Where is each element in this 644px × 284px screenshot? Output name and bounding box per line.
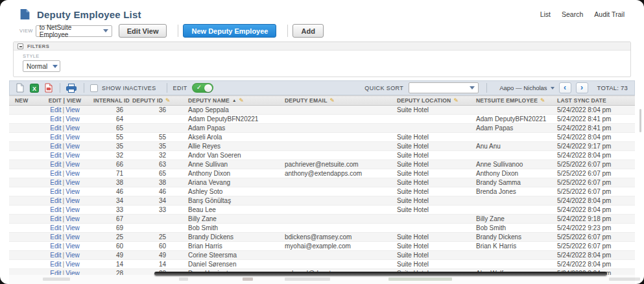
export-pdf-icon[interactable] [45, 83, 53, 93]
link-separator: | [63, 170, 65, 177]
cell-last-sync-date: 5/24/2022 8:04 pm [547, 251, 635, 260]
cell-internal-id: 35 [93, 142, 132, 151]
edit-toggle[interactable]: ✓ [192, 83, 213, 93]
view-link[interactable]: View [66, 224, 80, 231]
cell-deputy-location: Suite Hotel [387, 251, 466, 260]
style-select[interactable]: Normal [23, 60, 60, 72]
edit-link[interactable]: Edit [50, 115, 61, 123]
view-link[interactable]: View [66, 261, 80, 268]
cell-deputy-id: 38 [132, 178, 179, 187]
edit-link[interactable]: Edit [50, 252, 61, 259]
view-link[interactable]: View [66, 215, 80, 222]
view-select-value: to NetSuite Employee [40, 24, 98, 38]
edit-link[interactable]: Edit [50, 233, 61, 241]
edit-view-button[interactable]: Edit View [119, 24, 167, 38]
cell-deputy-name: Aapo Seppala [179, 106, 275, 115]
view-link[interactable]: View [66, 115, 80, 123]
cell-deputy-email [275, 260, 387, 269]
edit-link[interactable]: Edit [50, 206, 61, 213]
view-link[interactable]: View [66, 252, 80, 259]
edit-link[interactable]: Edit [50, 179, 61, 186]
nav-link-list[interactable]: List [540, 10, 551, 18]
edit-link[interactable]: Edit [50, 170, 61, 177]
cell-deputy-id: 63 [132, 160, 179, 169]
view-link[interactable]: View [66, 188, 80, 195]
top-nav-links: List Search Audit Trail [540, 10, 625, 18]
cell-new [9, 124, 36, 133]
column-header-edit_view[interactable]: EDIT | VIEW [36, 96, 93, 106]
cell-deputy-id: 25 [132, 233, 179, 242]
new-deputy-employee-button[interactable]: New Deputy Employee [183, 24, 276, 38]
divider [178, 25, 178, 37]
column-header-deputy_email[interactable]: DEPUTY EMAIL✎ [275, 96, 387, 106]
edit-link[interactable]: Edit [50, 224, 61, 231]
page-range-select[interactable]: Aapo — Nicholas [499, 84, 554, 91]
view-link[interactable]: View [66, 243, 80, 250]
cell-new [9, 169, 36, 178]
cell-netsuite-employee [466, 106, 547, 115]
collapse-minus-icon[interactable] [18, 43, 23, 49]
view-link[interactable]: View [66, 161, 80, 168]
printer-icon[interactable] [66, 84, 77, 93]
edit-link[interactable]: Edit [50, 106, 61, 113]
column-header-deputy_location[interactable]: DEPUTY LOCATION✎ [387, 96, 466, 106]
view-link[interactable]: View [66, 106, 80, 113]
cell-deputy-name: Ashley Soto [179, 187, 275, 196]
add-button[interactable]: Add [292, 24, 323, 38]
export-csv-excel-icon[interactable]: X [30, 84, 39, 93]
view-link[interactable]: View [66, 124, 80, 132]
cell-new [9, 106, 36, 115]
cell-deputy-location: Suite Hotel [387, 233, 466, 242]
toggle-knob [204, 84, 212, 92]
column-header-netsuite_employee[interactable]: NETSUITE EMPLOYEE✎ [466, 96, 547, 106]
edit-link[interactable]: Edit [50, 243, 61, 250]
edit-link[interactable]: Edit [50, 152, 61, 159]
cell-deputy-name: Adam DeputyBFN20221 [179, 115, 275, 124]
edit-link[interactable]: Edit [50, 134, 61, 141]
edit-link[interactable]: Edit [50, 124, 61, 132]
chevron-down-icon [470, 86, 475, 89]
divider [84, 83, 84, 93]
nav-link-search[interactable]: Search [562, 10, 583, 18]
view-link[interactable]: View [66, 197, 80, 204]
table-row: Edit|View1414Daniel SørensenSuite Hotel5… [9, 260, 635, 269]
cell-netsuite-employee [466, 133, 547, 142]
edit-link[interactable]: Edit [50, 215, 61, 222]
cell-new [9, 251, 36, 260]
view-link[interactable]: View [66, 143, 80, 150]
view-link[interactable]: View [66, 134, 80, 141]
nav-link-audit-trail[interactable]: Audit Trail [594, 10, 625, 18]
edit-link[interactable]: Edit [50, 161, 61, 168]
edit-link[interactable]: Edit [50, 261, 61, 268]
new-page-icon[interactable] [16, 83, 24, 93]
view-link[interactable]: View [66, 206, 80, 213]
show-inactives-checkbox[interactable] [90, 84, 98, 92]
column-header-internal_id[interactable]: INTERNAL ID [93, 96, 132, 106]
cell-deputy-id: 65 [132, 169, 179, 178]
column-header-new[interactable]: NEW [9, 96, 36, 106]
cell-deputy-email [275, 224, 387, 233]
view-select[interactable]: to NetSuite Employee [36, 25, 112, 37]
column-header-last_sync_date[interactable]: LAST SYNC DATE [547, 96, 635, 106]
cell-netsuite-employee: Billy Zane [466, 215, 547, 224]
view-link[interactable]: View [66, 170, 80, 177]
edit-link[interactable]: Edit [50, 143, 61, 150]
previous-page-button[interactable]: ‹ [559, 82, 571, 93]
column-header-deputy_name[interactable]: DEPUTY NAME▲✎ [179, 96, 275, 106]
table-row: Edit|View69Bob SmithBob Smith5/24/2022 9… [9, 224, 635, 233]
cell-deputy-location: Suite Hotel [387, 169, 466, 178]
table-row: Edit|View3535Allie ReyesSuite HotelAnu A… [9, 142, 635, 151]
edit-link[interactable]: Edit [50, 188, 61, 195]
view-link[interactable]: View [66, 152, 80, 159]
filters-panel: FILTERS STYLE Normal [13, 41, 631, 77]
quick-sort-select[interactable] [409, 82, 479, 93]
cell-edit-view: Edit|View [36, 151, 93, 160]
scrollbar-thumb[interactable] [639, 109, 641, 132]
next-page-button[interactable]: › [576, 82, 588, 93]
view-link[interactable]: View [66, 179, 80, 186]
column-header-deputy_id[interactable]: DEPUTY ID✎ [132, 96, 179, 106]
window-edge-shadow [154, 272, 607, 276]
link-separator: | [63, 188, 65, 195]
view-link[interactable]: View [66, 233, 80, 241]
edit-link[interactable]: Edit [50, 197, 61, 204]
